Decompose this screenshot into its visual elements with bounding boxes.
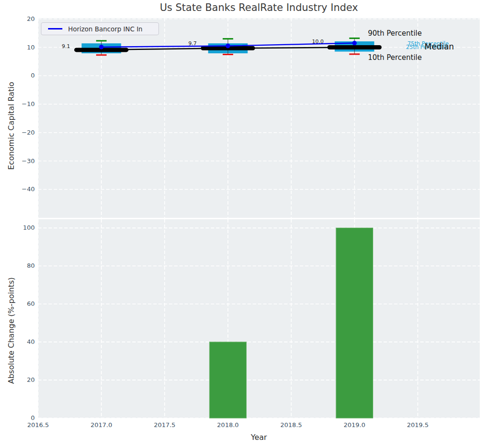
x-axis-label: Year — [251, 433, 267, 442]
x-tick-label: 2018.5 — [280, 421, 302, 429]
top-y-tick-label: 0 — [5, 72, 35, 79]
top-y-tick-label: −30 — [5, 157, 35, 165]
x-tick-label: 2018.0 — [217, 421, 239, 429]
x-tick-label: 2017.5 — [154, 421, 176, 429]
plot-canvas — [0, 0, 485, 448]
figure: Us State Banks RealRate Industry Index E… — [0, 0, 485, 448]
top-y-tick-label: −10 — [5, 100, 35, 107]
annotation-median: Median — [425, 42, 454, 51]
annotation-10th-percentile: 10th Percentile — [368, 53, 422, 62]
top-y-axis-label: Economic Capital Ratio — [7, 82, 16, 170]
chart-title: Us State Banks RealRate Industry Index — [160, 2, 358, 13]
top-y-tick-label: 10 — [5, 44, 35, 51]
x-tick-label: 2019.0 — [344, 421, 366, 429]
x-tick-label: 2016.5 — [27, 421, 49, 429]
bottom-y-tick-label: 0 — [5, 414, 35, 421]
x-tick-label: 2017.0 — [90, 421, 112, 429]
bottom-y-axis-label: Absolute Change (%-points) — [7, 277, 16, 384]
legend-entry-label: Horizon Bancorp INC In — [68, 25, 142, 33]
company-marker-2018 — [226, 44, 230, 49]
legend-line-sample — [48, 28, 62, 29]
bar-2019 — [336, 228, 373, 418]
plot-background — [38, 219, 480, 418]
median-value-annotation: 9.1 — [62, 43, 70, 49]
legend-box: Horizon Bancorp INC In — [41, 22, 159, 35]
top-y-tick-label: −40 — [5, 185, 35, 193]
x-tick-label: 2019.5 — [407, 421, 429, 429]
top-y-tick-label: −20 — [5, 129, 35, 136]
bottom-y-tick-label: 100 — [5, 224, 35, 231]
company-marker-2019 — [352, 41, 357, 46]
bar-2018 — [209, 342, 246, 418]
bottom-y-tick-label: 80 — [5, 262, 35, 269]
company-marker-2017 — [99, 45, 104, 49]
median-value-annotation: 10.0 — [312, 38, 324, 44]
bottom-y-tick-label: 40 — [5, 338, 35, 345]
top-y-tick-label: 20 — [5, 15, 35, 22]
bottom-y-tick-label: 60 — [5, 300, 35, 307]
annotation-90th-percentile: 90th Percentile — [368, 29, 422, 38]
median-value-annotation: 9.7 — [188, 40, 197, 47]
bottom-y-tick-label: 20 — [5, 376, 35, 383]
